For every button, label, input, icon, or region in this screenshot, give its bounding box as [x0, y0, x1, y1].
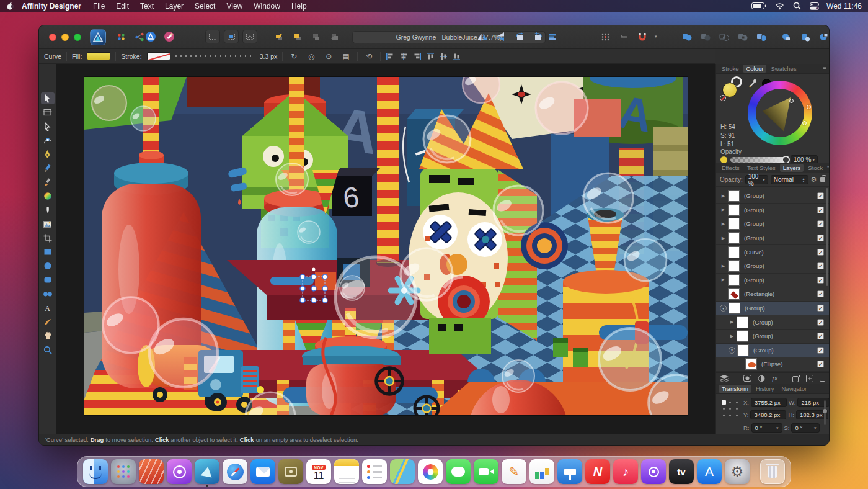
- dock-keynote[interactable]: [557, 459, 582, 484]
- layer-row[interactable]: ▶(Group)✓: [716, 231, 829, 246]
- layer-visibility-checkbox[interactable]: ✓: [817, 290, 824, 297]
- edit-selection-lasso-icon[interactable]: [242, 30, 257, 43]
- x-input[interactable]: 3755.2 px: [751, 398, 787, 407]
- dock-reminders[interactable]: [362, 459, 387, 484]
- layer-effects-icon[interactable]: ƒx: [771, 375, 777, 382]
- align-center-icon[interactable]: [399, 52, 408, 60]
- pixel-persona-icon[interactable]: [162, 30, 177, 43]
- boolean-add-icon[interactable]: [680, 30, 694, 43]
- align-middle-icon[interactable]: [440, 52, 448, 61]
- dock-pages[interactable]: ✎: [502, 459, 526, 484]
- dock-notes[interactable]: [334, 459, 359, 484]
- tab-transform[interactable]: Transform: [719, 385, 751, 393]
- move-forward-icon[interactable]: [290, 30, 305, 43]
- layer-visibility-checkbox[interactable]: ✓: [817, 192, 824, 199]
- reset-selection-box-icon[interactable]: ⟲: [363, 52, 375, 61]
- snapping-candidates-icon[interactable]: [616, 30, 631, 43]
- blend-mode-dropdown[interactable]: Normal▲▼: [771, 175, 808, 184]
- menu-item-layer[interactable]: Layer: [165, 2, 184, 11]
- tab-colour[interactable]: Colour: [743, 65, 766, 73]
- layer-visibility-checkbox[interactable]: ✓: [817, 347, 824, 354]
- geometry-combine-icon[interactable]: [816, 30, 830, 43]
- layer-visibility-checkbox[interactable]: ✓: [817, 319, 824, 326]
- layers-stack-icon[interactable]: [720, 375, 728, 382]
- layer-row[interactable]: ▶(Group)✓: [716, 274, 829, 288]
- convert-to-curves-icon[interactable]: ▤: [340, 52, 352, 61]
- dock-maps[interactable]: [390, 459, 415, 484]
- dock-photos[interactable]: [418, 459, 443, 484]
- search-icon[interactable]: [793, 2, 801, 10]
- layer-row[interactable]: ▶(Group)✓: [716, 315, 829, 330]
- layer-visibility-checkbox[interactable]: ✓: [817, 235, 824, 241]
- dock-finder[interactable]: [83, 459, 108, 484]
- tab-swatches[interactable]: Swatches: [768, 65, 799, 73]
- dock-music[interactable]: ♪: [613, 459, 638, 484]
- align-left-icon[interactable]: [386, 52, 394, 60]
- align-top-icon[interactable]: [427, 52, 435, 61]
- y-input[interactable]: 3480.2 px: [750, 410, 786, 419]
- boolean-subtract-icon[interactable]: [698, 30, 713, 43]
- layer-visibility-checkbox[interactable]: ✓: [817, 220, 824, 227]
- rounded-rectangle-tool[interactable]: [41, 274, 55, 286]
- hue-selector-2[interactable]: [802, 121, 807, 125]
- layer-settings-icon[interactable]: ⚙: [811, 176, 817, 184]
- fill-swatch[interactable]: [87, 52, 110, 60]
- battery-icon[interactable]: [751, 2, 766, 9]
- stroke-swatch[interactable]: [147, 52, 170, 60]
- layer-row[interactable]: ▶(Group)✓: [716, 189, 829, 204]
- rotate-ccw-icon[interactable]: [512, 30, 527, 43]
- layer-visibility-checkbox[interactable]: ✓: [817, 277, 824, 284]
- geometry-subtract-icon[interactable]: [797, 30, 812, 43]
- pen-tool[interactable]: [41, 148, 55, 160]
- point-transform-tool[interactable]: [41, 135, 55, 146]
- shape-tool[interactable]: [41, 288, 55, 300]
- menu-clock[interactable]: Wed 11:46: [826, 2, 862, 11]
- stroke-width-value[interactable]: 3.3 px: [260, 53, 278, 60]
- layer-row[interactable]: ▶(Group)✓: [716, 217, 829, 231]
- new-layer-icon[interactable]: [792, 375, 800, 382]
- adjustment-layer-icon[interactable]: [758, 375, 765, 382]
- menu-item-help[interactable]: Help: [291, 2, 307, 11]
- zoom-tool[interactable]: [41, 344, 55, 356]
- rotation-input[interactable]: 0 °▾: [751, 423, 782, 433]
- lock-icon[interactable]: [820, 177, 825, 182]
- dock-news[interactable]: N: [585, 459, 610, 484]
- rotation-centre-icon[interactable]: ↻: [288, 52, 300, 61]
- boolean-intersect-icon[interactable]: [717, 30, 732, 43]
- layer-visibility-checkbox[interactable]: ✓: [817, 361, 824, 367]
- layers-opacity-dropdown[interactable]: 100 %▾: [745, 175, 768, 184]
- dock-numbers[interactable]: [529, 459, 554, 484]
- boolean-divide-icon[interactable]: [754, 30, 769, 43]
- dock-safari[interactable]: [223, 459, 247, 484]
- layer-visibility-checkbox[interactable]: ✓: [817, 207, 824, 213]
- vector-brush-tool[interactable]: [41, 176, 55, 188]
- move-to-back-icon[interactable]: [327, 30, 342, 43]
- eyedropper-icon[interactable]: [748, 79, 758, 88]
- canvas-area[interactable]: A A: [56, 64, 715, 434]
- no-colour-icon[interactable]: [720, 95, 726, 101]
- node-tool[interactable]: [41, 120, 55, 132]
- layers-scrollbar[interactable]: [826, 188, 828, 286]
- insertion-target-icon[interactable]: [545, 30, 560, 43]
- stroke-width-slider[interactable]: [175, 55, 255, 57]
- opacity-slider[interactable]: [730, 157, 787, 163]
- group-layer-icon[interactable]: [806, 375, 813, 382]
- view-tool[interactable]: [41, 330, 55, 342]
- menu-item-select[interactable]: Select: [195, 2, 215, 11]
- move-backward-icon[interactable]: [309, 30, 324, 43]
- mask-layer-icon[interactable]: [743, 375, 751, 382]
- rectangle-tool[interactable]: [41, 246, 55, 258]
- tab-stock[interactable]: Stock: [805, 164, 826, 172]
- layer-row[interactable]: (Curve)✓: [716, 245, 829, 259]
- edit-selection-fill-icon[interactable]: [224, 30, 239, 43]
- layer-visibility-checkbox[interactable]: ✓: [817, 305, 824, 312]
- layer-row[interactable]: ▶(Group)✓: [716, 204, 829, 218]
- geometry-add-icon[interactable]: [779, 30, 794, 43]
- triangle-selector[interactable]: [789, 99, 794, 103]
- move-tool[interactable]: [41, 92, 55, 104]
- layer-row-expanded-selected[interactable]: ▼(Group)✓: [716, 344, 829, 358]
- dock-system-preferences[interactable]: ⚙: [725, 459, 750, 484]
- tab-text-styles[interactable]: Text Styles: [744, 164, 779, 172]
- menu-item-text[interactable]: Text: [140, 2, 154, 11]
- dock-affinity-publisher[interactable]: [139, 459, 164, 484]
